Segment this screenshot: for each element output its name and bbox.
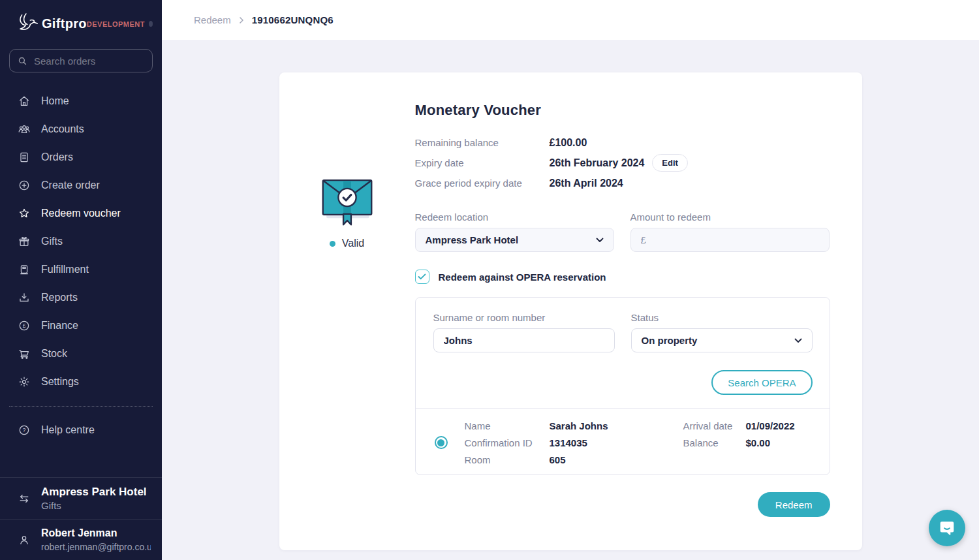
- grace-period-label: Grace period expiry date: [415, 178, 550, 189]
- opera-search-section: Surname or room number Status On propert…: [416, 298, 830, 408]
- sidebar-item-gifts[interactable]: Gifts: [0, 227, 162, 255]
- redeem-button[interactable]: Redeem: [758, 492, 830, 517]
- sidebar-item-settings[interactable]: Settings: [0, 367, 162, 396]
- user-email: robert.jenman@giftpro.co.u: [41, 541, 151, 553]
- sidebar-item-stock[interactable]: Stock: [0, 339, 162, 367]
- amount-input[interactable]: [641, 234, 819, 245]
- environment-badge: DEVELOPMENT: [87, 20, 145, 28]
- gifts-icon: [18, 235, 31, 248]
- breadcrumb-redeem[interactable]: Redeem: [194, 14, 231, 25]
- home-icon: [18, 95, 31, 108]
- orders-search[interactable]: [9, 49, 153, 72]
- result-radio[interactable]: [435, 436, 448, 449]
- main-area: Redeem 1910662UNQNQ6: [162, 0, 979, 560]
- site-context: Gifts: [41, 500, 147, 512]
- result-room-value: 605: [550, 454, 566, 465]
- brand-row: Giftpro DEVELOPMENT: [0, 0, 162, 42]
- chat-bubble-icon: [937, 518, 957, 538]
- voucher-valid-envelope-icon: [320, 174, 374, 226]
- redeem-location-field: Redeem location Ampress Park Hotel: [415, 211, 614, 252]
- brand-name: Giftpro: [42, 16, 87, 31]
- chat-launcher-button[interactable]: [929, 510, 965, 546]
- surname-input[interactable]: [444, 335, 604, 346]
- status-badge: Valid: [330, 238, 364, 249]
- site-switcher[interactable]: Ampress Park Hotel Gifts: [0, 477, 162, 519]
- user-text: Robert Jenman robert.jenman@giftpro.co.u: [41, 527, 151, 553]
- sidebar-item-label: Create order: [41, 179, 100, 191]
- status-field-label: Status: [631, 312, 813, 323]
- result-confirmation-label: Confirmation ID: [465, 437, 550, 448]
- redeem-voucher-icon: [18, 207, 31, 220]
- opera-checkbox-label[interactable]: Redeem against OPERA reservation: [439, 272, 606, 283]
- expiry-date-row: Expiry date 26th February 2024 Edit: [415, 153, 830, 173]
- reports-icon: [18, 291, 31, 304]
- amount-control: [630, 228, 830, 252]
- surname-field: Surname or room number: [433, 312, 615, 352]
- opera-search-actions: Search OPERA: [433, 370, 813, 395]
- opera-search-fields: Surname or room number Status On propert…: [433, 312, 813, 352]
- status-label: Valid: [342, 238, 364, 249]
- site-name: Ampress Park Hotel: [41, 485, 147, 499]
- breadcrumb-voucher-code: 1910662UNQNQ6: [252, 14, 334, 25]
- amount-label: Amount to redeem: [630, 211, 830, 223]
- edit-expiry-button[interactable]: Edit: [652, 154, 688, 172]
- result-name-label: Name: [465, 420, 550, 431]
- card-actions: Redeem: [415, 492, 830, 517]
- sidebar-item-label: Settings: [41, 376, 79, 388]
- page-title: Monetary Voucher: [415, 101, 830, 119]
- sidebar-item-home[interactable]: Home: [0, 87, 162, 115]
- opera-panel: Surname or room number Status On propert…: [415, 297, 830, 475]
- sidebar-item-label: Redeem voucher: [41, 208, 121, 219]
- opera-result-row[interactable]: Name Sarah Johns Confirmation ID 1314035…: [416, 408, 830, 474]
- opera-checkbox[interactable]: [415, 270, 429, 284]
- result-left-fields: Name Sarah Johns Confirmation ID 1314035…: [465, 417, 608, 468]
- result-balance-row: Balance $0.00: [683, 434, 813, 451]
- sidebar-divider: [9, 406, 153, 407]
- surname-label: Surname or room number: [433, 312, 615, 323]
- grace-period-row: Grace period expiry date 26th April 2024: [415, 173, 830, 193]
- redeem-location-value: Ampress Park Hotel: [426, 234, 519, 245]
- status-select[interactable]: On property: [631, 328, 813, 352]
- sidebar-item-label: Gifts: [41, 236, 63, 247]
- result-name-value: Sarah Johns: [550, 420, 608, 431]
- sidebar-item-redeem-voucher[interactable]: Redeem voucher: [0, 199, 162, 227]
- orders-icon: [18, 151, 31, 164]
- expiry-date-label: Expiry date: [415, 157, 550, 168]
- remaining-balance-label: Remaining balance: [415, 137, 550, 148]
- search-input[interactable]: [34, 55, 145, 67]
- sidebar-item-help-centre[interactable]: ? Help centre: [0, 416, 162, 444]
- chevron-down-icon: [794, 338, 802, 343]
- result-balance-label: Balance: [683, 437, 746, 448]
- result-right-fields: Arrival date 01/09/2022 Balance $0.00: [683, 417, 813, 451]
- user-menu[interactable]: Robert Jenman robert.jenman@giftpro.co.u: [0, 519, 162, 560]
- create-order-icon: [18, 179, 31, 192]
- accounts-icon: [18, 123, 31, 136]
- radio-selected-dot: [437, 439, 444, 446]
- stock-icon: [18, 347, 31, 360]
- result-room-row: Room 605: [465, 451, 608, 468]
- svg-text:£: £: [23, 322, 26, 329]
- sidebar-item-label: Home: [41, 95, 69, 107]
- sidebar-item-create-order[interactable]: Create order: [0, 171, 162, 199]
- sidebar-item-accounts[interactable]: Accounts: [0, 115, 162, 143]
- sidebar-item-label: Help centre: [41, 424, 95, 436]
- sidebar-item-reports[interactable]: Reports: [0, 283, 162, 311]
- search-opera-button[interactable]: Search OPERA: [711, 370, 812, 395]
- remaining-balance-row: Remaining balance £100.00: [415, 132, 830, 153]
- voucher-details: Remaining balance £100.00 Expiry date 26…: [415, 132, 830, 193]
- sidebar-item-finance[interactable]: £ Finance: [0, 311, 162, 339]
- status-field: Status On property: [631, 312, 813, 352]
- sidebar-item-fulfillment[interactable]: Fulfillment: [0, 255, 162, 283]
- sidebar-nav: Home Accounts Orders Create order Redeem…: [0, 80, 162, 396]
- remaining-balance-value: £100.00: [550, 137, 587, 149]
- amount-field: Amount to redeem: [630, 211, 830, 252]
- environment-dot-icon: [149, 21, 153, 27]
- result-confirmation-value: 1314035: [550, 437, 587, 448]
- sidebar-item-orders[interactable]: Orders: [0, 143, 162, 171]
- opera-toggle-row: Redeem against OPERA reservation: [415, 270, 830, 284]
- finance-icon: £: [18, 319, 31, 332]
- chevron-down-icon: [596, 238, 604, 243]
- redeem-location-select[interactable]: Ampress Park Hotel: [415, 228, 614, 252]
- voucher-card: Valid Monetary Voucher Remaining balance…: [279, 72, 862, 550]
- sidebar: Giftpro DEVELOPMENT Home Accounts Orders…: [0, 0, 162, 560]
